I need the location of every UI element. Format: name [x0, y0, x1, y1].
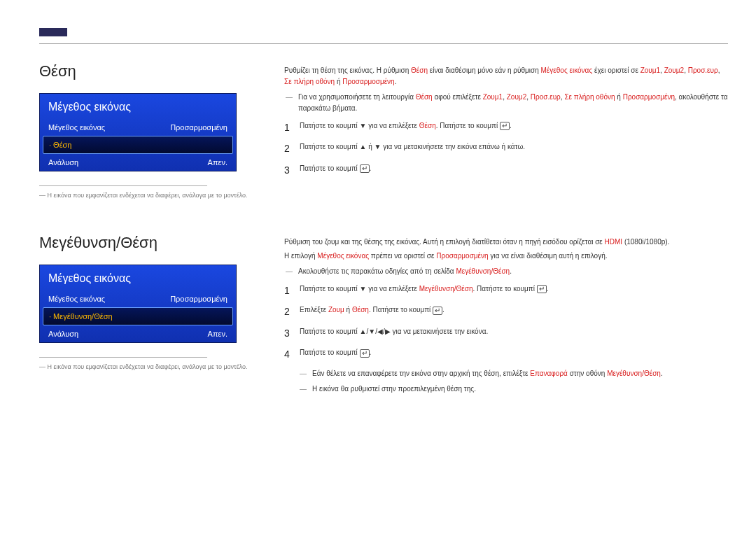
header-rule — [39, 43, 728, 44]
sub-note: Εάν θέλετε να επαναφέρετε την εικόνα στη… — [312, 368, 728, 379]
menu-row-zoom-position-selected[interactable]: · Μεγέθυνση/Θέση — [43, 307, 233, 325]
right-column: Ρύθμιση του ζουμ και της θέσης της εικόν… — [284, 234, 728, 399]
page: Θέση Μέγεθος εικόνας Μέγεθος εικόνας Προ… — [0, 0, 756, 462]
menu-label: Ανάλυση — [48, 158, 78, 167]
menu-row-resolution[interactable]: Ανάλυση Απεν. — [40, 325, 236, 342]
heading-zoom-position: Μεγέθυνση/Θέση — [39, 234, 249, 252]
step-number: 3 — [284, 325, 300, 341]
enter-icon: ↵ — [537, 285, 547, 293]
sub-note: Η εικόνα θα ρυθμιστεί στην προεπιλεγμένη… — [312, 384, 728, 395]
step-2: 2 Επιλέξτε Ζουμ ή Θέση. Πατήστε το κουμπ… — [284, 304, 728, 319]
sub-note: Για να χρησιμοποιήσετε τη λειτουργία Θέσ… — [298, 92, 728, 114]
step-text: Πατήστε το κουμπί ▲ ή ▼ για να μετακινήσ… — [300, 141, 728, 156]
disclaimer-text: ― Η εικόνα που εμφανίζεται ενδέχεται να … — [39, 363, 249, 370]
menu-row-position-selected[interactable]: · Θέση — [43, 136, 233, 154]
disclaimer-text: ― Η εικόνα που εμφανίζεται ενδέχεται να … — [39, 192, 249, 199]
step-number: 3 — [284, 162, 300, 178]
step-3: 3 Πατήστε το κουμπί ↵. — [284, 162, 728, 178]
header-mark — [39, 28, 67, 36]
enter-icon: ↵ — [433, 307, 442, 315]
step-number: 2 — [284, 304, 300, 319]
divider — [39, 357, 207, 358]
left-column: Μεγέθυνση/Θέση Μέγεθος εικόνας Μέγεθος ε… — [39, 234, 249, 399]
menu-label: Ανάλυση — [48, 330, 78, 338]
paragraph: Η επιλογή Μέγεθος εικόνας πρέπει να ορισ… — [284, 251, 728, 262]
paragraph: Ρυθμίζει τη θέση της εικόνας. Η ρύθμιση … — [284, 65, 728, 87]
menu-title-2: Μέγεθος εικόνας — [40, 265, 236, 290]
step-text: Πατήστε το κουμπί ↵. — [300, 346, 728, 362]
section-zoom-position: Μεγέθυνση/Θέση Μέγεθος εικόνας Μέγεθος ε… — [39, 234, 728, 399]
step-text: Πατήστε το κουμπί ▲/▼/◀/▶ για να μετακιν… — [300, 325, 728, 341]
step-text: Επιλέξτε Ζουμ ή Θέση. Πατήστε το κουμπί … — [300, 304, 728, 319]
step-3: 3 Πατήστε το κουμπί ▲/▼/◀/▶ για να μετακ… — [284, 325, 728, 341]
divider — [39, 185, 207, 186]
menu-row-size[interactable]: Μέγεθος εικόνας Προσαρμοσμένη — [40, 290, 236, 307]
menu-label: · Θέση — [49, 141, 71, 149]
step-number: 1 — [284, 283, 300, 298]
step-number: 4 — [284, 346, 300, 362]
step-text: Πατήστε το κουμπί ↵. — [300, 162, 728, 178]
menu-box-1: Μέγεθος εικόνας Μέγεθος εικόνας Προσαρμο… — [39, 93, 237, 171]
sub-note: Ακολουθήστε τις παρακάτω οδηγίες από τη … — [298, 266, 728, 277]
step-text: Πατήστε το κουμπί ▼ για να επιλέξετε Μεγ… — [300, 283, 728, 298]
step-1: 1 Πατήστε το κουμπί ▼ για να επιλέξετε Μ… — [284, 283, 728, 298]
enter-icon: ↵ — [360, 349, 370, 358]
step-number: 2 — [284, 141, 300, 156]
menu-label: · Μεγέθυνση/Θέση — [49, 312, 113, 321]
menu-value: Προσαρμοσμένη — [170, 295, 227, 303]
step-number: 1 — [284, 120, 300, 135]
menu-label: Μέγεθος εικόνας — [48, 295, 105, 303]
enter-icon: ↵ — [360, 164, 370, 173]
menu-row-size[interactable]: Μέγεθος εικόνας Προσαρμοσμένη — [40, 119, 236, 136]
heading-position: Θέση — [39, 62, 249, 80]
enter-icon: ↵ — [500, 122, 510, 130]
step-2: 2 Πατήστε το κουμπί ▲ ή ▼ για να μετακιν… — [284, 141, 728, 156]
step-4: 4 Πατήστε το κουμπί ↵. — [284, 346, 728, 362]
menu-box-2: Μέγεθος εικόνας Μέγεθος εικόνας Προσαρμο… — [39, 265, 237, 343]
section-position: Θέση Μέγεθος εικόνας Μέγεθος εικόνας Προ… — [39, 62, 728, 199]
menu-value: Απεν. — [208, 158, 227, 167]
menu-row-resolution[interactable]: Ανάλυση Απεν. — [40, 154, 236, 171]
step-text: Πατήστε το κουμπί ▼ για να επιλέξετε Θέσ… — [300, 120, 728, 135]
menu-title-1: Μέγεθος εικόνας — [40, 94, 236, 119]
paragraph: Ρύθμιση του ζουμ και της θέσης της εικόν… — [284, 237, 728, 248]
step-1: 1 Πατήστε το κουμπί ▼ για να επιλέξετε Θ… — [284, 120, 728, 135]
menu-value: Προσαρμοσμένη — [170, 123, 227, 132]
menu-label: Μέγεθος εικόνας — [48, 123, 105, 132]
right-column: Ρυθμίζει τη θέση της εικόνας. Η ρύθμιση … — [284, 62, 728, 199]
left-column: Θέση Μέγεθος εικόνας Μέγεθος εικόνας Προ… — [39, 62, 249, 199]
menu-value: Απεν. — [208, 330, 227, 338]
